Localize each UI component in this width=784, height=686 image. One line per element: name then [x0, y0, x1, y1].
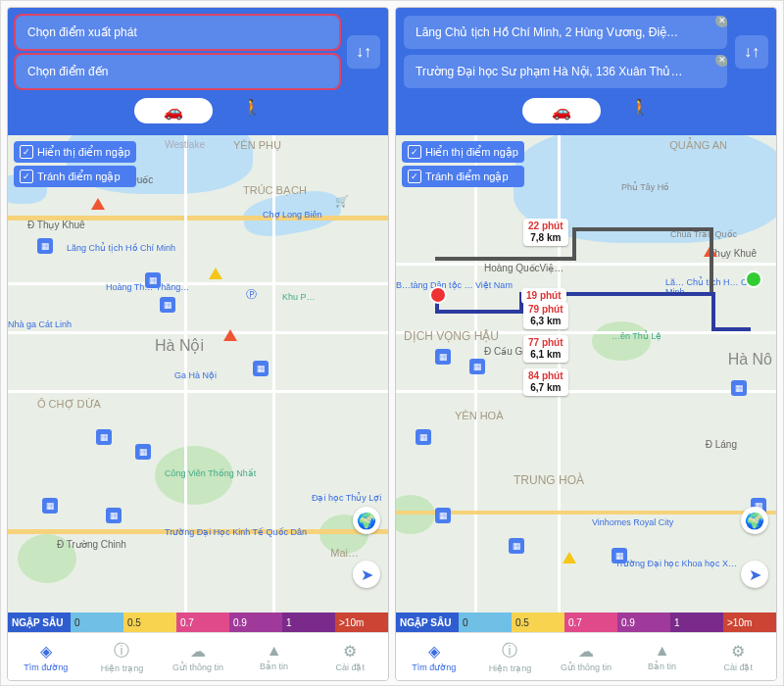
map-label: Đ Láng: [706, 439, 737, 450]
to-input[interactable]: Trường Đại học Sư phạm Hà Nội, 136 Xuân …: [404, 55, 727, 88]
poi: Vinhomes Royal City: [592, 517, 673, 527]
station-icon: ▦: [145, 272, 161, 288]
station-icon: ▦: [612, 548, 627, 564]
to-input[interactable]: Chọn điểm đến: [16, 55, 339, 88]
route-icon: ◈: [40, 642, 52, 661]
avoid-flood-checkbox[interactable]: ✓Tránh điểm ngập: [402, 166, 524, 187]
station-icon: ▦: [37, 238, 53, 254]
station-icon: ▦: [96, 429, 112, 445]
clear-icon[interactable]: ✕: [715, 16, 727, 27]
tab-settings[interactable]: ⚙Cài đặt: [312, 633, 388, 680]
news-icon: ▲: [267, 642, 282, 660]
info-icon: ⓘ: [502, 641, 517, 662]
globe-button[interactable]: 🌍: [353, 507, 380, 534]
tab-settings[interactable]: ⚙Cài đặt: [700, 633, 776, 680]
route-option[interactable]: 84 phút6,7 km: [523, 368, 568, 396]
from-input[interactable]: Chọn điểm xuất phát: [16, 16, 339, 49]
station-icon: ▦: [160, 297, 175, 313]
warning-icon: [223, 329, 237, 341]
globe-button[interactable]: 🌍: [741, 507, 768, 534]
station-icon: ▦: [416, 429, 431, 445]
swap-button[interactable]: ↓↑: [735, 35, 768, 69]
mode-car[interactable]: 🚗: [522, 98, 601, 123]
poi: Đại học Thủy Lợi: [312, 493, 381, 503]
mode-walk[interactable]: 🚶: [242, 98, 262, 123]
avoid-flood-checkbox[interactable]: ✓Tránh điểm ngập: [14, 166, 136, 187]
station-icon: ▦: [435, 508, 451, 523]
map-label: Đ Trường Chinh: [57, 539, 126, 550]
route-icon: ◈: [428, 642, 440, 661]
city-label: Hà Nội: [155, 336, 204, 355]
locate-button[interactable]: ➤: [353, 561, 380, 588]
cloud-icon: ☁: [190, 642, 206, 661]
poi: B…tàng Dân tộc … Việt Nam: [396, 280, 513, 290]
locate-button[interactable]: ➤: [741, 561, 768, 588]
poi: Công Viên Thống Nhất: [165, 468, 256, 478]
map-label: Ô CHỢ DỪA: [37, 398, 101, 411]
poi: Lăng Chủ tịch Hồ Chí Minh: [67, 243, 175, 253]
tabbar: ◈Tìm đường ⓘHiện trạng ☁Gửi thông tin ▲B…: [396, 632, 776, 680]
parking-icon: Ⓟ: [246, 287, 257, 302]
route-option[interactable]: 79 phút6,3 km: [523, 302, 568, 329]
map-label: Mai…: [330, 547, 359, 559]
map-label: Hoàng QuốcViệ…: [484, 263, 564, 273]
gear-icon: ⚙: [731, 642, 745, 661]
mode-car[interactable]: 🚗: [134, 98, 213, 123]
phone-left: Chọn điểm xuất phát Chọn điểm đến ↓↑ 🚗 🚶…: [7, 7, 389, 681]
car-icon: 🚗: [552, 102, 571, 121]
tab-news[interactable]: ▲Bản tin: [624, 633, 701, 680]
warning-icon: [563, 552, 576, 564]
map[interactable]: ✓Hiển thị điểm ngập ✓Tránh điểm ngập 22 …: [396, 135, 776, 612]
tab-news[interactable]: ▲Bản tin: [236, 633, 313, 680]
station-icon: ▦: [435, 349, 451, 365]
station-icon: ▦: [253, 361, 269, 376]
station-icon: ▦: [731, 380, 747, 396]
poi: Chợ Long Biên: [263, 210, 322, 220]
map[interactable]: ✓Hiển thị điểm ngập ✓Tránh điểm ngập Wes…: [8, 135, 388, 612]
route-header: Chọn điểm xuất phát Chọn điểm đến ↓↑ 🚗 🚶: [8, 8, 388, 135]
route-option[interactable]: 22 phút7,8 km: [523, 219, 568, 246]
map-label: TRÚC BẠCH: [243, 184, 307, 197]
map-label: Đ Thụy Khuê: [27, 220, 85, 230]
mode-walk[interactable]: 🚶: [630, 98, 650, 123]
station-icon: ▦: [106, 508, 122, 523]
poi: …ên Thủ Lệ: [612, 331, 662, 341]
tab-status[interactable]: ⓘHiện trạng: [472, 633, 549, 680]
tabbar: ◈Tìm đường ⓘHiện trạng ☁Gửi thông tin ▲B…: [8, 632, 388, 680]
map-label: TRUNG HOÀ: [514, 473, 584, 487]
tab-send[interactable]: ☁Gửi thông tin: [160, 633, 236, 680]
tab-send[interactable]: ☁Gửi thông tin: [548, 633, 624, 680]
map-label: YÊN PHỤ: [233, 139, 281, 152]
cloud-icon: ☁: [578, 642, 594, 661]
poi: Khu P…: [282, 292, 316, 302]
start-pin: [429, 286, 447, 304]
show-flood-checkbox[interactable]: ✓Hiển thị điểm ngập: [402, 141, 524, 163]
map-label: YÊN HOÀ: [455, 410, 504, 421]
tab-find-route[interactable]: ◈Tìm đường: [8, 633, 84, 680]
show-flood-checkbox[interactable]: ✓Hiển thị điểm ngập: [14, 141, 136, 163]
map-label: QUẢNG AN: [669, 139, 727, 152]
gear-icon: ⚙: [343, 642, 357, 661]
route-header: Lăng Chủ tịch Hồ Chí Minh, 2 Hùng Vương,…: [396, 8, 776, 135]
news-icon: ▲: [655, 642, 670, 660]
poi: Phủ Tây Hồ: [621, 182, 669, 192]
swap-button[interactable]: ↓↑: [347, 35, 380, 69]
info-icon: ⓘ: [114, 641, 129, 662]
car-icon: 🚗: [164, 102, 183, 121]
warning-icon: [209, 268, 222, 279]
poi: Nhà ga Cát Linh: [8, 319, 72, 329]
clear-icon[interactable]: ✕: [715, 55, 727, 67]
poi: Trường Đại Học Kinh Tế Quốc Dân: [165, 527, 307, 537]
phone-right: Lăng Chủ tịch Hồ Chí Minh, 2 Hùng Vương,…: [395, 7, 777, 681]
station-icon: ▦: [469, 359, 485, 374]
map-label: DỊCH VỌNG HẬU: [404, 329, 499, 343]
map-label: Westlake: [165, 139, 205, 150]
tab-status[interactable]: ⓘHiện trạng: [84, 633, 161, 680]
tab-find-route[interactable]: ◈Tìm đường: [396, 633, 472, 680]
city-label: Hà Nô: [728, 351, 772, 368]
route-option[interactable]: 77 phút6,1 km: [523, 335, 568, 363]
end-pin: [745, 270, 762, 288]
from-input[interactable]: Lăng Chủ tịch Hồ Chí Minh, 2 Hùng Vương,…: [404, 16, 727, 49]
walk-icon: 🚶: [242, 99, 262, 116]
station-icon: ▦: [135, 444, 151, 460]
